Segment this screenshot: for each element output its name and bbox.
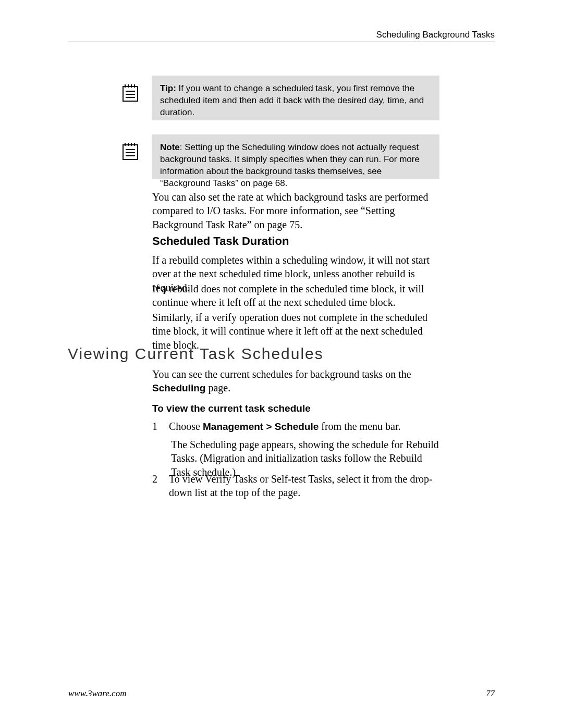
tip-text: If you want to change a scheduled task, …	[160, 83, 424, 117]
para-d-post: page.	[205, 382, 230, 393]
step-1-text: Choose Management > Schedule from the me…	[169, 419, 442, 433]
tip-callout: Tip: If you want to change a scheduled t…	[152, 76, 439, 120]
step-1-bold: Management > Schedule	[203, 421, 319, 432]
step-2: 2 To view Verify Tasks or Self-test Task…	[152, 472, 442, 500]
para-d-pre: You can see the current schedules for ba…	[152, 368, 411, 380]
paragraph-d: You can see the current schedules for ba…	[152, 367, 442, 395]
header-divider	[68, 42, 495, 42]
step-2-number: 2	[152, 472, 160, 500]
footer-url: www.3ware.com	[68, 688, 126, 699]
note-callout: Note: Setting up the Scheduling window d…	[152, 134, 439, 179]
note-lead: Note	[160, 142, 180, 152]
heading-to-view-current-task-schedule: To view the current task schedule	[152, 403, 311, 414]
page-root: Scheduling Background Tasks Tip: If you …	[0, 0, 563, 728]
running-header: Scheduling Background Tasks	[376, 30, 495, 40]
step-1-pre: Choose	[169, 421, 203, 432]
intro-paragraph: You can also set the rate at which backg…	[152, 190, 442, 231]
note-text: : Setting up the Scheduling window does …	[160, 142, 420, 188]
step-1-post: from the menu bar.	[319, 421, 400, 432]
heading-scheduled-task-duration: Scheduled Task Duration	[152, 235, 289, 248]
footer-page-number: 77	[486, 688, 495, 699]
para-d-bold: Scheduling	[152, 382, 205, 393]
step-2-text: To view Verify Tasks or Self-test Tasks,…	[169, 472, 442, 500]
notepad-icon	[120, 141, 141, 162]
step-1-number: 1	[152, 419, 160, 433]
heading-viewing-current-task-schedules: Viewing Current Task Schedules	[68, 345, 324, 363]
paragraph-b: If a rebuild does not complete in the sc…	[152, 282, 442, 310]
tip-lead: Tip:	[160, 83, 176, 93]
step-1: 1 Choose Management > Schedule from the …	[152, 419, 442, 433]
notepad-icon	[120, 82, 141, 103]
